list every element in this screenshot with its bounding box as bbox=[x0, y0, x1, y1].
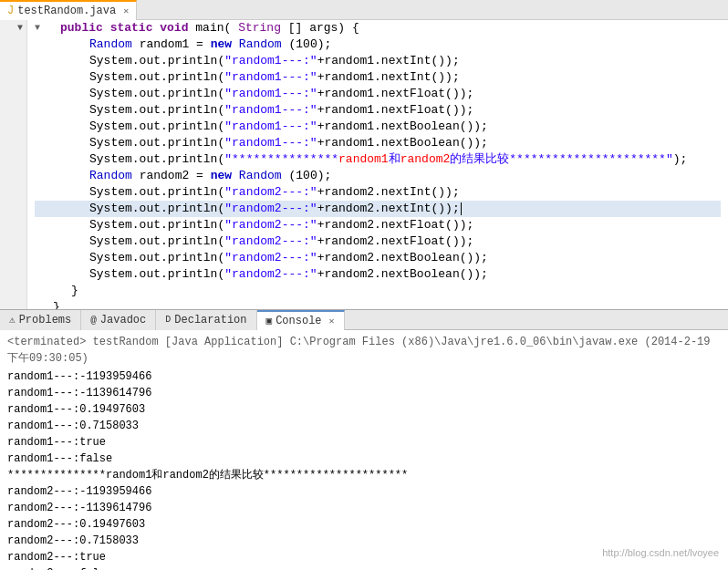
editor-tab-label: testRandom.java bbox=[17, 5, 116, 17]
line-num: ▼ bbox=[4, 20, 23, 36]
console-icon: ▣ bbox=[266, 315, 273, 326]
console-line: random2---:-1139614796 bbox=[7, 500, 721, 516]
console-line: random1---:false bbox=[7, 451, 721, 467]
console-header: <terminated> testRandom [Java Applicatio… bbox=[7, 334, 721, 367]
code-line-highlighted: System.out.println("random2---:"+random2… bbox=[35, 201, 721, 217]
line-num bbox=[4, 294, 23, 310]
code-line: System.out.println("random1---:"+random1… bbox=[35, 102, 721, 119]
code-line: System.out.println("random2---:"+random2… bbox=[35, 250, 721, 266]
code-line: System.out.println("random1---:"+random1… bbox=[35, 86, 721, 102]
code-container: ▼ ▼ public bbox=[0, 20, 728, 309]
code-line: System.out.println("random1---:"+random1… bbox=[35, 69, 721, 86]
console-line: random2---:false bbox=[7, 565, 721, 570]
tab-javadoc-label: Javadoc bbox=[100, 314, 146, 326]
editor-tab-close[interactable]: ✕ bbox=[123, 5, 129, 16]
code-line: System.out.println("random2---:"+random2… bbox=[35, 184, 721, 201]
code-line: ▼ public static void main( String [] arg… bbox=[35, 20, 721, 36]
line-num bbox=[4, 149, 23, 165]
line-num bbox=[4, 36, 23, 53]
panel-tab-bar: ⚠ Problems @ Javadoc D Declaration ▣ Con… bbox=[0, 310, 728, 330]
console-line: random1---:-1193959466 bbox=[7, 368, 721, 385]
code-line: System.out.println("random1---:"+random1… bbox=[35, 119, 721, 135]
console-tab-close[interactable]: ✕ bbox=[329, 316, 335, 326]
console-line: random1---:0.19497603 bbox=[7, 401, 721, 418]
tab-javadoc[interactable]: @ Javadoc bbox=[81, 310, 156, 330]
code-line: System.out.println("***************rando… bbox=[35, 151, 721, 168]
code-line: System.out.println("random1---:"+random1… bbox=[35, 135, 721, 151]
line-num bbox=[4, 68, 23, 85]
line-num bbox=[4, 245, 23, 262]
console-line: random2---:-1193959466 bbox=[7, 483, 721, 500]
line-num bbox=[4, 53, 23, 69]
line-num bbox=[4, 181, 23, 197]
code-line: } bbox=[35, 283, 721, 299]
line-numbers: ▼ bbox=[0, 20, 27, 309]
code-line: } bbox=[35, 299, 721, 309]
code-line: System.out.println("random2---:"+random2… bbox=[35, 233, 721, 250]
tab-console[interactable]: ▣ Console ✕ bbox=[257, 310, 345, 330]
line-num bbox=[4, 117, 23, 133]
line-num bbox=[4, 197, 23, 213]
line-num bbox=[4, 229, 23, 245]
problems-icon: ⚠ bbox=[9, 314, 16, 326]
collapse-icon: ▼ bbox=[35, 20, 40, 36]
code-line: System.out.println("random2---:"+random2… bbox=[35, 266, 721, 283]
java-file-icon: J bbox=[7, 5, 14, 17]
console-line: random1---:-1139614796 bbox=[7, 385, 721, 401]
code-line: Random random1 = new Random (100); bbox=[35, 36, 721, 53]
line-num bbox=[4, 277, 23, 294]
bottom-area: ⚠ Problems @ Javadoc D Declaration ▣ Con… bbox=[0, 310, 728, 570]
console-line: random2---:0.19497603 bbox=[7, 516, 721, 533]
tab-problems-label: Problems bbox=[19, 314, 72, 326]
line-num bbox=[4, 165, 23, 181]
line-num bbox=[4, 100, 23, 117]
line-num bbox=[4, 213, 23, 230]
console-line: random1---:0.7158033 bbox=[7, 418, 721, 434]
watermark: http://blog.csdn.net/lvoyee bbox=[602, 544, 719, 561]
declaration-icon: D bbox=[165, 315, 171, 325]
code-content[interactable]: ▼ public static void main( String [] arg… bbox=[27, 20, 728, 309]
tab-problems[interactable]: ⚠ Problems bbox=[0, 310, 81, 330]
text-cursor bbox=[461, 202, 462, 215]
editor-tab-bar: J testRandom.java ✕ bbox=[0, 0, 728, 20]
console-content: <terminated> testRandom [Java Applicatio… bbox=[0, 330, 728, 570]
editor-area: J testRandom.java ✕ ▼ bbox=[0, 0, 728, 310]
editor-tab[interactable]: J testRandom.java ✕ bbox=[0, 0, 137, 20]
console-line-star: ***************random1和random2的结果比较*****… bbox=[7, 467, 721, 483]
code-line: System.out.println("random1---:"+random1… bbox=[35, 53, 721, 69]
line-num bbox=[4, 261, 23, 277]
line-num bbox=[4, 85, 23, 101]
tab-declaration-label: Declaration bbox=[174, 314, 246, 326]
console-line: random1---:true bbox=[7, 434, 721, 451]
tab-console-label: Console bbox=[276, 315, 321, 327]
tab-declaration[interactable]: D Declaration bbox=[156, 310, 256, 330]
code-line: Random random2 = new Random (100); bbox=[35, 168, 721, 184]
line-num bbox=[4, 133, 23, 150]
javadoc-icon: @ bbox=[90, 315, 97, 326]
code-line: System.out.println("random2---:"+random2… bbox=[35, 217, 721, 233]
